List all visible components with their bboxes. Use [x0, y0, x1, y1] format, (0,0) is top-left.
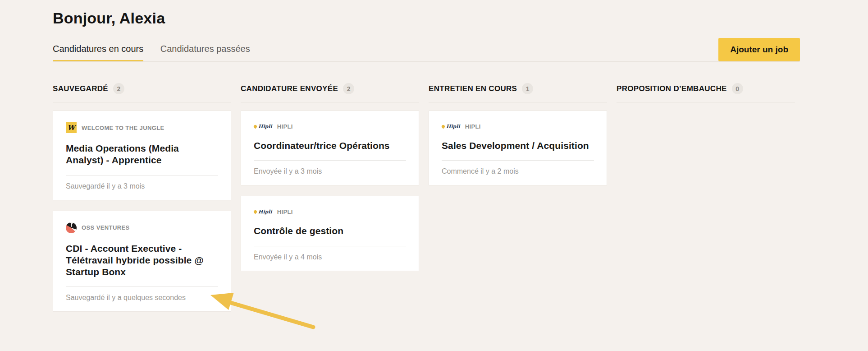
column-title: PROPOSITION D’EMBAUCHE	[617, 84, 727, 93]
card-divider	[442, 160, 594, 161]
add-job-button[interactable]: Ajouter un job	[718, 38, 800, 61]
card-status: Sauvegardé il y a 3 mois	[66, 182, 218, 190]
column-title: CANDIDATURE ENVOYÉE	[241, 84, 338, 93]
board-column: CANDIDATURE ENVOYÉE2HipliHIPLICoordinate…	[241, 83, 419, 322]
hipli-script-text: Hipli	[258, 124, 272, 129]
board-column: SAUVEGARDÉ2WWELCOME TO THE JUNGLEMedia O…	[53, 83, 231, 322]
column-header: PROPOSITION D’EMBAUCHE0	[617, 83, 795, 102]
job-title: Sales Development / Acquisition	[442, 140, 594, 152]
tab-current-applications[interactable]: Candidatures en cours	[53, 44, 143, 61]
column-header: ENTRETIEN EN COURS1	[429, 83, 607, 102]
card-status: Envoyée il y a 4 mois	[254, 253, 406, 261]
board-column: ENTRETIEN EN COURS1HipliHIPLISales Devel…	[429, 83, 607, 322]
card-status: Commencé il y a 2 mois	[442, 167, 594, 176]
oss-ventures-logo-icon	[66, 222, 77, 233]
applications-dashboard: Bonjour, Alexia Ajouter un job Candidatu…	[0, 9, 868, 351]
job-card[interactable]: HipliHIPLISales Development / Acquisitio…	[429, 111, 607, 185]
job-card[interactable]: OSS VENTURESCDI - Account Executive - Té…	[53, 211, 231, 312]
job-card[interactable]: WWELCOME TO THE JUNGLEMedia Operations (…	[53, 111, 231, 200]
kanban-board: SAUVEGARDÉ2WWELCOME TO THE JUNGLEMedia O…	[53, 83, 800, 322]
column-header: CANDIDATURE ENVOYÉE2	[241, 83, 419, 102]
card-divider	[66, 286, 218, 287]
company-name: HIPLI	[277, 208, 293, 215]
job-title: Coordinateur/trice Opérations	[254, 140, 406, 152]
company-row: HipliHIPLI	[442, 122, 594, 130]
column-cards: HipliHIPLISales Development / Acquisitio…	[429, 111, 607, 185]
column-title: SAUVEGARDÉ	[53, 84, 108, 93]
job-card[interactable]: HipliHIPLIContrôle de gestionEnvoyée il …	[241, 196, 419, 271]
card-divider	[66, 175, 218, 176]
column-count-badge: 2	[343, 83, 354, 94]
hipli-leaf-icon	[441, 124, 446, 129]
company-name: HIPLI	[465, 123, 481, 130]
company-name: OSS VENTURES	[82, 224, 130, 231]
company-row: WWELCOME TO THE JUNGLE	[66, 122, 218, 133]
company-name: WELCOME TO THE JUNGLE	[82, 125, 164, 131]
job-title: CDI - Account Executive - Télétravail hy…	[66, 243, 218, 278]
company-row: HipliHIPLI	[254, 122, 406, 130]
column-count-badge: 2	[113, 83, 124, 94]
column-header: SAUVEGARDÉ2	[53, 83, 231, 102]
tab-past-applications[interactable]: Candidatures passées	[160, 44, 250, 61]
card-status: Envoyée il y a 3 mois	[254, 167, 406, 176]
tabs-bar: Candidatures en cours Candidatures passé…	[53, 44, 800, 62]
hipli-leaf-icon	[253, 209, 258, 214]
hipli-logo-icon: Hipli	[254, 122, 272, 130]
card-divider	[254, 160, 406, 161]
page-title: Bonjour, Alexia	[53, 9, 800, 27]
company-row: HipliHIPLI	[254, 208, 406, 216]
hipli-logo-icon: Hipli	[254, 208, 272, 216]
job-card[interactable]: HipliHIPLICoordinateur/trice OpérationsE…	[241, 111, 419, 185]
column-cards: HipliHIPLICoordinateur/trice OpérationsE…	[241, 111, 419, 271]
hipli-script-text: Hipli	[446, 124, 460, 129]
board-column: PROPOSITION D’EMBAUCHE0	[617, 83, 795, 322]
column-count-badge: 1	[522, 83, 533, 94]
job-title: Media Operations (Media Analyst) - Appre…	[66, 143, 218, 166]
hipli-logo-icon: Hipli	[442, 122, 460, 130]
company-row: OSS VENTURES	[66, 222, 218, 233]
hipli-leaf-icon	[253, 124, 258, 129]
card-status: Sauvegardé il y a quelques secondes	[66, 294, 218, 302]
column-title: ENTRETIEN EN COURS	[429, 84, 517, 93]
wttj-logo-icon: W	[66, 122, 77, 133]
card-divider	[254, 246, 406, 246]
column-count-badge: 0	[732, 83, 743, 94]
column-cards: WWELCOME TO THE JUNGLEMedia Operations (…	[53, 111, 231, 312]
job-title: Contrôle de gestion	[254, 225, 406, 237]
hipli-script-text: Hipli	[258, 209, 272, 215]
company-name: HIPLI	[277, 123, 293, 130]
